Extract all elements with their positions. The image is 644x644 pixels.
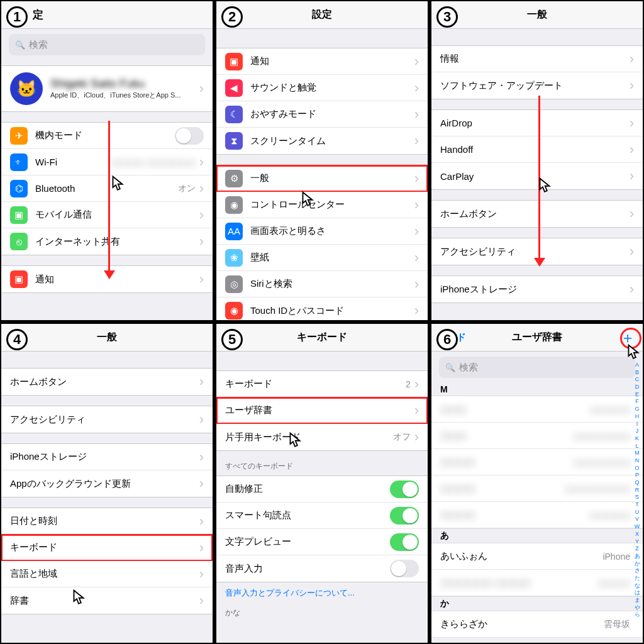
row-icon: ❀ (225, 249, 243, 267)
chevron-icon (414, 170, 419, 187)
row-value: オフ (393, 431, 411, 443)
toggle-switch[interactable] (390, 560, 419, 577)
chevron-icon (199, 592, 204, 609)
settings-row[interactable]: 文字プレビュー (216, 529, 428, 555)
settings-row[interactable]: ユーザ辞書 (216, 397, 428, 424)
settings-row[interactable]: 片手用キーボードオフ (216, 424, 428, 450)
settings-row[interactable]: ◎Siriと検索 (216, 271, 428, 297)
settings-row[interactable]: キーボード2 (216, 371, 428, 397)
settings-row[interactable]: アクセシビリティ (1, 406, 213, 433)
settings-row[interactable]: CarPlay (431, 163, 643, 189)
row-icon: AA (225, 223, 243, 240)
dict-entry[interactable]: ▢▢▢▢▢▢ ▢▢▢▢▢▢▢▢ (431, 570, 643, 596)
settings-row[interactable]: スマート句読点 (216, 502, 428, 529)
settings-row[interactable]: Appのバックグラウンド更新 (1, 470, 213, 497)
row-label: 自動修正 (225, 483, 390, 495)
airplane-icon: ✈ (10, 127, 28, 145)
search-input[interactable]: 検索 (9, 34, 205, 55)
toggle-switch[interactable] (390, 480, 419, 498)
dict-entry[interactable]: あいふぉんiPhone (431, 543, 643, 570)
settings-row[interactable]: ◉Touch IDとパスコード (216, 297, 428, 321)
highlight-circle (620, 328, 641, 349)
chevron-icon (199, 207, 204, 223)
row-label: 辞書 (10, 595, 199, 607)
settings-row[interactable]: ⚙一般 (216, 165, 428, 192)
panel-3: 3 一般 情報ソフトウェア・アップデート AirDropHandoffCarPl… (430, 0, 644, 321)
settings-row[interactable]: ᯤWi-Fi▢▢▢▢ ▢▢▢▢▢▢ (1, 149, 213, 175)
index-bar[interactable]: ABCDEFGHIJKLMNOPQRSTUVWXYZあかさたなはまやら (633, 362, 641, 638)
toggle-switch[interactable] (390, 533, 419, 551)
settings-row[interactable]: 辞書 (1, 587, 213, 614)
dict-entry[interactable]: ▢▢▢▢▢▢▢▢▢ (431, 502, 643, 528)
chevron-icon (199, 475, 204, 492)
dict-entry[interactable]: ▢▢▢▢▢▢▢▢▢▢ (431, 423, 643, 449)
settings-row[interactable]: 情報 (431, 46, 643, 72)
chevron-icon (199, 540, 204, 556)
toggle-switch[interactable] (175, 127, 204, 145)
settings-row[interactable]: AA画面表示と明るさ (216, 218, 428, 245)
settings-row[interactable]: 自動修正 (216, 476, 428, 502)
chevron-icon (630, 243, 634, 260)
row-label: ホームボタン (10, 376, 199, 388)
settings-row[interactable]: ⎋インターネット共有 (1, 228, 213, 255)
dict-entry[interactable]: ▢▢▢▢▢▢▢▢ (431, 396, 643, 423)
chevron-icon (630, 168, 634, 184)
settings-row[interactable]: ◉コントロールセンター (216, 192, 428, 218)
row-label: 壁紙 (250, 252, 414, 264)
section-ka: か (431, 596, 643, 611)
settings-row[interactable]: ◀サウンドと触覚 (216, 75, 428, 101)
step-badge-5: 5 (221, 329, 243, 350)
settings-row[interactable]: 音声入力 (216, 555, 428, 582)
row-icon: ▣ (10, 270, 28, 288)
row-label: 画面表示と明るさ (250, 225, 414, 237)
search-input[interactable]: 検索 (439, 357, 635, 378)
row-label: Appのバックグラウンド更新 (10, 478, 199, 490)
toggle-switch[interactable] (390, 507, 419, 525)
row-label: ユーザ辞書 (225, 404, 414, 416)
settings-row[interactable]: ▣モバイル通信 (1, 202, 213, 228)
settings-row[interactable]: 言語と地域 (1, 561, 213, 587)
settings-row[interactable]: ❀壁紙 (216, 245, 428, 271)
step-badge-3: 3 (436, 6, 458, 28)
row-label: スクリーンタイム (250, 135, 414, 147)
chevron-icon (199, 566, 204, 582)
row-icon: ⌬ (10, 180, 28, 197)
apple-id-row[interactable]: 🐱 Shigeki Saito Fuku Apple ID、iCloud、iTu… (1, 66, 213, 111)
settings-row[interactable]: ソフトウェア・アップデート (431, 72, 643, 99)
dict-entry[interactable]: ▢▢▢▢▢▢▢▢▢▢▢▢ (431, 475, 643, 502)
panel-2: 2 設定 ▣通知◀サウンドと触覚☾おやすみモード⧗スクリーンタイム ⚙一般◉コン… (215, 0, 429, 321)
header: 一般 (1, 324, 213, 352)
panel-1: 1 設定 定 検索 🐱 Shigeki Saito Fuku Apple ID、… (0, 0, 214, 321)
privacy-link[interactable]: 音声入力とプライバシーについて... (216, 582, 428, 604)
step-badge-6: 6 (436, 329, 458, 350)
settings-row[interactable]: ✈ 機内モード (1, 123, 213, 149)
settings-row[interactable]: ▣通知 (216, 48, 428, 75)
row-label: インターネット共有 (35, 236, 199, 248)
header: 設定 (216, 1, 428, 29)
settings-row[interactable]: キーボード (1, 535, 213, 561)
settings-row[interactable]: Handoff (431, 136, 643, 163)
settings-row[interactable]: ⌬Bluetoothオン (1, 175, 213, 202)
row-label: 言語と地域 (10, 568, 199, 580)
settings-row[interactable]: iPhoneストレージ (431, 276, 643, 303)
section-label: かな (216, 604, 428, 622)
row-icon: ⎋ (10, 233, 28, 250)
settings-row[interactable]: AirDrop (431, 110, 643, 136)
row-label: 片手用キーボード (225, 431, 393, 443)
row-label: ソフトウェア・アップデート (440, 80, 630, 92)
row-label: 通知 (35, 274, 199, 286)
dict-entry[interactable]: きららざか雲母坂 (431, 611, 643, 638)
row-label: アクセシビリティ (440, 246, 630, 258)
settings-row[interactable]: 日付と時刻 (1, 508, 213, 535)
settings-row[interactable]: ホームボタン (1, 369, 213, 395)
step-badge-4: 4 (6, 329, 28, 350)
settings-row[interactable]: ⧗スクリーンタイム (216, 128, 428, 154)
dict-entry[interactable]: ▢▢▢▢▢▢▢▢▢▢▢ (431, 449, 643, 475)
settings-row[interactable]: ☾おやすみモード (216, 101, 428, 128)
row-label: キーボード (225, 378, 406, 390)
row-label: Bluetooth (35, 183, 178, 194)
settings-row[interactable]: ホームボタン (431, 201, 643, 227)
settings-row[interactable]: iPhoneストレージ (1, 444, 213, 470)
arrow-annotation (538, 96, 540, 265)
chevron-icon (414, 223, 419, 240)
